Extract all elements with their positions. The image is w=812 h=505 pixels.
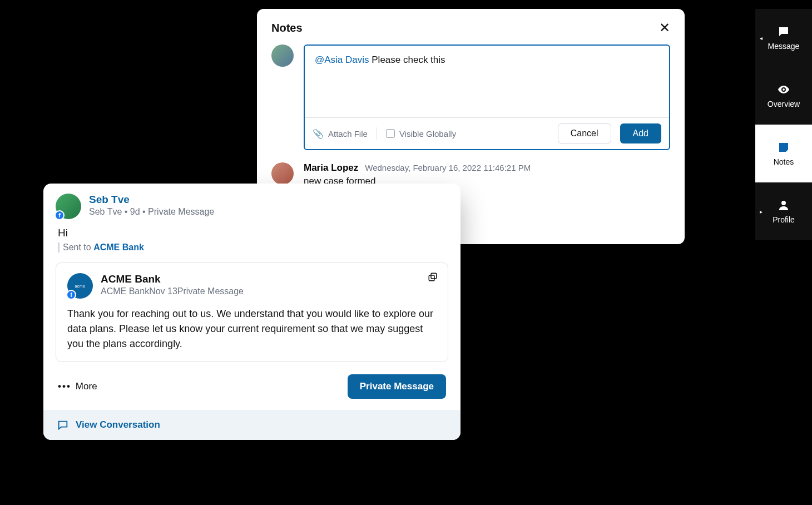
note-icon (777, 141, 790, 154)
compose-row: @Asia Davis Please check this 📎 Attach F… (271, 44, 670, 150)
rail-notes-label: Notes (774, 157, 794, 166)
more-button[interactable]: ••• More (58, 381, 97, 392)
reply-header: acme f ACME Bank ACME BankNov 13Private … (67, 273, 437, 299)
note-timestamp: Wednesday, February 16, 2022 11:46:21 PM (365, 163, 531, 172)
rail-notes[interactable]: Notes (755, 125, 812, 182)
rail-message-label: Message (768, 42, 800, 51)
compose-toolbar: 📎 Attach File Visible Globally Cancel Ad… (305, 117, 669, 149)
chat-icon (57, 419, 69, 431)
sender-avatar: f (56, 194, 81, 219)
notes-title: Notes (271, 22, 303, 34)
compose-box: @Asia Davis Please check this 📎 Attach F… (304, 44, 670, 150)
company-brand-text: acme (75, 284, 85, 288)
rail-overview-label: Overview (768, 100, 800, 108)
reply-meta: ACME BankNov 13Private Message (101, 286, 244, 296)
chevron-left-icon: ◂ (760, 35, 763, 41)
sender-meta: Seb Tve9dPrivate Message (89, 207, 214, 217)
attach-file-button[interactable]: 📎 Attach File (313, 128, 368, 139)
note-input-text: Please check this (369, 55, 445, 65)
popout-icon[interactable] (428, 272, 438, 282)
message-body: Hi (58, 227, 448, 239)
visible-globally-checkbox[interactable]: Visible Globally (386, 129, 456, 138)
message-header: f Seb Tve Seb Tve9dPrivate Message (56, 194, 448, 219)
sender-meta-name: Seb Tve (89, 207, 122, 216)
note-author: Maria Lopez (304, 162, 358, 174)
facebook-badge-icon: f (66, 290, 76, 300)
notes-header: Notes ✕ (271, 21, 670, 34)
toolbar-divider (377, 127, 377, 140)
compose-avatar (271, 44, 294, 67)
sent-to: Sent to ACME Bank (58, 242, 448, 253)
private-message-button[interactable]: Private Message (348, 374, 446, 399)
note-author-avatar (271, 162, 294, 185)
reply-body: Thank you for reaching out to us. We und… (67, 306, 437, 351)
eye-icon (777, 83, 790, 96)
svg-rect-1 (431, 273, 437, 279)
rail-overview[interactable]: Overview (755, 67, 812, 125)
rail-profile-label: Profile (773, 215, 795, 224)
more-label: More (76, 381, 97, 392)
sent-to-link[interactable]: ACME Bank (93, 242, 144, 252)
sender-channel: Private Message (148, 207, 214, 216)
dots-icon: ••• (58, 381, 71, 392)
reply-card: acme f ACME Bank ACME BankNov 13Private … (56, 263, 448, 362)
sent-to-label: Sent to (63, 242, 93, 252)
sender-name[interactable]: Seb Tve (89, 194, 214, 206)
rail-message[interactable]: ◂ Message (755, 9, 812, 67)
view-conversation-label: View Conversation (76, 419, 160, 430)
person-icon (777, 199, 790, 212)
company-name: ACME Bank (101, 273, 244, 285)
checkbox-icon (386, 129, 395, 138)
company-avatar: acme f (67, 273, 93, 299)
reply-date: Nov 13 (149, 286, 177, 296)
note-meta: Maria Lopez Wednesday, February 16, 2022… (304, 162, 531, 174)
cancel-button[interactable]: Cancel (558, 123, 611, 143)
conversation-card: f Seb Tve Seb Tve9dPrivate Message Hi Se… (43, 184, 461, 440)
note-input[interactable]: @Asia Davis Please check this (305, 46, 669, 117)
visible-label: Visible Globally (399, 129, 456, 138)
facebook-badge-icon: f (55, 210, 65, 220)
sender-age: 9d (130, 207, 140, 216)
chevron-right-icon: ▸ (760, 209, 763, 215)
close-icon[interactable]: ✕ (659, 21, 670, 34)
svg-rect-0 (429, 275, 434, 281)
mention-chip[interactable]: @Asia Davis (315, 55, 369, 65)
right-rail: ◂ Message Overview Notes ▸ Profile (755, 9, 812, 240)
rail-profile[interactable]: ▸ Profile (755, 182, 812, 240)
add-button[interactable]: Add (620, 123, 661, 143)
view-conversation-button[interactable]: View Conversation (43, 410, 461, 440)
attach-label: Attach File (328, 129, 368, 138)
reply-meta-name: ACME Bank (101, 286, 149, 296)
card-footer: ••• More Private Message (56, 372, 448, 399)
message-icon (777, 25, 790, 38)
paperclip-icon: 📎 (313, 128, 324, 139)
reply-channel: Private Message (177, 286, 244, 296)
